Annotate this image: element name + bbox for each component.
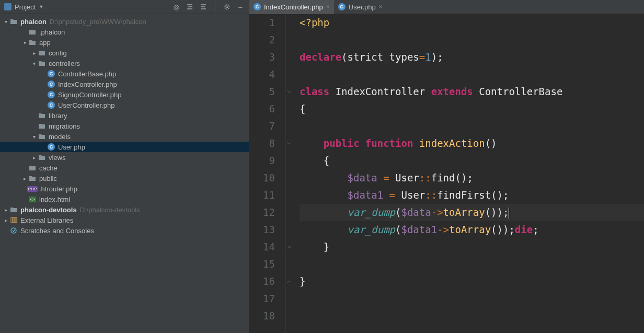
- code-line[interactable]: {: [300, 152, 644, 169]
- tree-root[interactable]: ▾ phalcon D:\phpstudy_pro\WWW\phalcon: [0, 16, 249, 27]
- gear-icon[interactable]: [223, 3, 231, 11]
- line-number: 17: [249, 290, 275, 307]
- scratch-icon: [9, 226, 18, 235]
- tree-label: SignupController.php: [58, 91, 121, 99]
- svg-point-0: [226, 6, 228, 8]
- tree-label: phalcon-devtools: [20, 206, 77, 214]
- tree-item-external-libraries[interactable]: ▸ External Libraries: [0, 215, 249, 225]
- folder-icon: [28, 164, 37, 172]
- tree-label: library: [49, 112, 67, 120]
- code-line[interactable]: declare(strict_types=1);: [300, 49, 644, 66]
- php-class-icon: C: [47, 101, 55, 109]
- close-icon[interactable]: ×: [379, 3, 383, 10]
- tree-item[interactable]: CSignupController.php: [0, 89, 249, 100]
- tree-label: cache: [39, 164, 58, 172]
- expand-icon[interactable]: [186, 3, 194, 11]
- line-number: 14: [249, 238, 275, 256]
- fold-start-icon: [286, 83, 293, 100]
- tree-item-devtools[interactable]: ▸ phalcon-devtools D:\phalcon-devtools: [0, 204, 249, 215]
- tree-item[interactable]: CIndexController.php: [0, 79, 249, 89]
- tree-item[interactable]: ▸config: [0, 48, 249, 58]
- fold-gutter: [286, 14, 293, 333]
- tree-item[interactable]: ▾controllers: [0, 58, 249, 68]
- folder-icon: [38, 153, 46, 162]
- tree-label: config: [49, 49, 67, 57]
- project-tree[interactable]: ▾ phalcon D:\phpstudy_pro\WWW\phalcon .p…: [0, 14, 249, 333]
- tree-item[interactable]: CUser.php: [0, 142, 249, 152]
- tree-label: Scratches and Consoles: [20, 227, 94, 235]
- target-icon[interactable]: ◎: [172, 3, 180, 11]
- chevron-right-icon: ▸: [2, 207, 9, 213]
- code-area[interactable]: <?phpdeclare(strict_types=1);class Index…: [293, 14, 644, 333]
- tree-label: public: [39, 175, 57, 182]
- code-line[interactable]: class IndexController extends Controller…: [300, 83, 644, 100]
- fold-start-icon: [286, 135, 293, 152]
- editor-tab[interactable]: CUser.php×: [334, 0, 387, 14]
- tree-item[interactable]: <>index.html: [0, 194, 249, 204]
- tree-label: app: [39, 39, 51, 47]
- code-line[interactable]: <?php: [300, 14, 644, 31]
- tree-path: D:\phalcon-devtools: [80, 206, 140, 214]
- code-line[interactable]: {: [300, 100, 644, 118]
- code-line[interactable]: }: [300, 273, 644, 290]
- code-line[interactable]: [300, 31, 644, 49]
- tree-item[interactable]: ▾models: [0, 131, 249, 142]
- folder-icon: [9, 17, 18, 26]
- code-line[interactable]: var_dump($data1->toArray());die;: [300, 221, 644, 238]
- line-number: 8: [249, 135, 275, 152]
- php-class-icon: C: [47, 90, 55, 99]
- tree-item-scratches[interactable]: Scratches and Consoles: [0, 225, 249, 236]
- php-class-icon: C: [47, 80, 55, 88]
- code-line[interactable]: }: [300, 238, 644, 256]
- folder-icon: [28, 174, 37, 182]
- code-line[interactable]: [300, 118, 644, 135]
- folder-icon: [28, 38, 37, 47]
- fold-end-icon: [286, 238, 293, 256]
- chevron-down-icon: ▾: [30, 134, 38, 140]
- hide-icon[interactable]: −: [236, 3, 245, 11]
- tree-item[interactable]: cache: [0, 163, 249, 173]
- tree-item[interactable]: library: [0, 110, 249, 121]
- code-line[interactable]: public function indexAction(): [300, 135, 644, 152]
- tree-item[interactable]: CUserController.php: [0, 100, 249, 110]
- tree-item[interactable]: ▾app: [0, 37, 249, 48]
- project-dropdown[interactable]: Project ▼: [4, 3, 43, 11]
- tree-label: User.php: [58, 143, 85, 151]
- code-line[interactable]: $data1 = User::findFirst();: [300, 187, 644, 204]
- chevron-right-icon: ▸: [21, 176, 28, 181]
- code-line[interactable]: [300, 307, 644, 325]
- folder-icon: [38, 49, 46, 57]
- line-number: 15: [249, 256, 275, 273]
- code-line[interactable]: [300, 290, 644, 307]
- code-line[interactable]: $data = User::find();: [300, 169, 644, 187]
- line-number: 1: [249, 14, 275, 31]
- chevron-down-icon: ▾: [21, 40, 28, 45]
- tree-item[interactable]: migrations: [0, 121, 249, 131]
- tab-label: IndexController.php: [264, 3, 323, 11]
- fold-end-icon: [286, 273, 293, 290]
- tree-label: migrations: [49, 122, 80, 130]
- collapse-icon[interactable]: [199, 3, 208, 11]
- code-line[interactable]: [300, 66, 644, 83]
- tab-label: User.php: [349, 3, 376, 11]
- close-icon[interactable]: ×: [326, 3, 330, 10]
- tree-item[interactable]: PHP.htrouter.php: [0, 183, 249, 194]
- tree-item[interactable]: CControllerBase.php: [0, 68, 249, 79]
- tree-label: phalcon: [20, 18, 47, 26]
- code-line[interactable]: var_dump($data->toArray());: [300, 204, 644, 221]
- tree-label: index.html: [39, 196, 70, 203]
- tree-item[interactable]: ▸views: [0, 152, 249, 163]
- tree-item[interactable]: .phalcon: [0, 27, 249, 37]
- tree-label: External Libraries: [20, 216, 73, 224]
- editor-pane: CIndexController.php×CUser.php× 12345678…: [249, 0, 644, 333]
- line-number: 7: [249, 118, 275, 135]
- line-number: 13: [249, 221, 275, 238]
- svg-rect-3: [15, 217, 17, 223]
- tree-label: controllers: [49, 60, 80, 67]
- tree-item[interactable]: ▸public: [0, 173, 249, 183]
- editor-tab[interactable]: CIndexController.php×: [249, 0, 334, 14]
- project-icon: [4, 3, 12, 10]
- tree-path: D:\phpstudy_pro\WWW\phalcon: [50, 18, 146, 26]
- code-line[interactable]: [300, 256, 644, 273]
- editor-body[interactable]: 123456789101112131415161718 <?phpdeclare…: [249, 14, 644, 333]
